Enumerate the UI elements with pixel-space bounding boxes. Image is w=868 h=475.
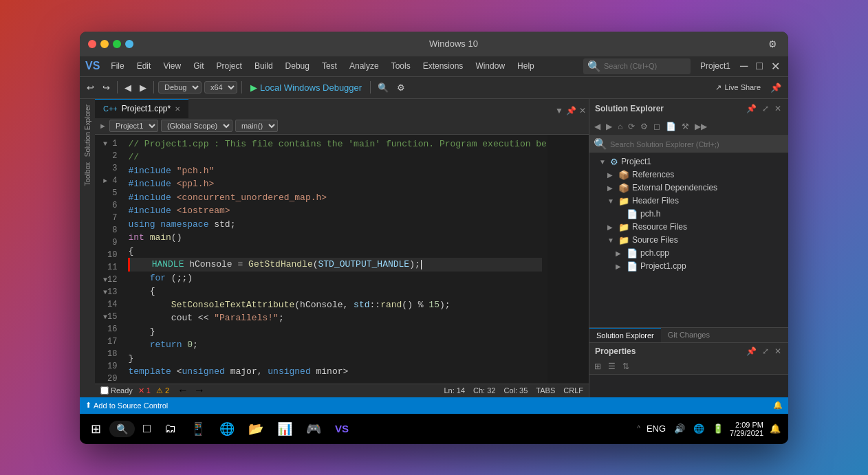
menu-restore-btn[interactable]: □ xyxy=(753,60,766,73)
props-sort-icon[interactable]: ⇅ xyxy=(620,360,631,373)
notifications-icon[interactable]: 🔔 xyxy=(768,423,783,434)
search-input[interactable] xyxy=(604,62,686,70)
error-count[interactable]: ✕ 1 xyxy=(138,386,151,395)
taskbar-file-explorer[interactable]: □ xyxy=(138,419,156,439)
tray-chevron[interactable]: ^ xyxy=(637,425,640,432)
taskbar-edge[interactable]: 🌐 xyxy=(214,419,240,439)
props-pin-btn[interactable]: 📌 xyxy=(745,346,758,356)
props-close-btn[interactable]: ✕ xyxy=(773,346,783,356)
menu-extensions[interactable]: Extensions xyxy=(417,59,469,73)
se-fwd-btn[interactable]: ▶ xyxy=(604,120,614,133)
menu-project[interactable]: Project xyxy=(211,59,248,73)
se-toggle-btn[interactable]: ▶▶ xyxy=(693,120,709,133)
se-file-btn[interactable]: 📄 xyxy=(664,120,678,133)
menu-search-box[interactable]: 🔍 xyxy=(583,58,691,74)
undo-btn[interactable]: ↩ xyxy=(84,81,97,94)
menu-tools[interactable]: Tools xyxy=(386,59,416,73)
menu-file[interactable]: File xyxy=(105,59,129,73)
active-tab[interactable]: C++ Project1.cpp* ✕ xyxy=(95,99,188,118)
minimize-button[interactable] xyxy=(100,40,109,48)
taskbar-vs[interactable]: VS xyxy=(329,420,354,437)
debug-config-dropdown[interactable]: Debug xyxy=(158,81,202,93)
tree-item-project1[interactable]: ▼ ⚙ Project1 xyxy=(589,155,788,168)
taskbar-store[interactable]: 🗂 xyxy=(159,419,182,439)
function-nav-dropdown[interactable]: main() xyxy=(235,120,278,132)
tree-item-pch-cpp[interactable]: ▶ 📄 pch.cpp xyxy=(589,247,788,260)
menu-analyze[interactable]: Analyze xyxy=(344,59,384,73)
tree-item-project1-cpp[interactable]: ▶ 📄 Project1.cpp xyxy=(589,260,788,273)
forward-btn[interactable]: ▶ xyxy=(137,81,149,94)
menu-build[interactable]: Build xyxy=(249,59,279,73)
menu-minimize-btn[interactable]: ─ xyxy=(737,60,750,73)
tab-list-btn[interactable]: ▼ xyxy=(555,106,563,115)
scope-nav-dropdown[interactable]: (Global Scope) xyxy=(161,120,232,132)
warning-count[interactable]: ⚠ 2 xyxy=(156,386,169,395)
code-editor[interactable]: ▼ 1 2 3 ► 4 5 6 7 8 9 10 11 ▼12 ▼13 14 ▼… xyxy=(95,135,589,384)
tree-item-pch-h[interactable]: 📄 pch.h xyxy=(589,208,788,221)
taskbar-folder[interactable]: 📂 xyxy=(243,419,269,439)
tray-battery[interactable]: 🔋 xyxy=(710,423,726,434)
tab-solution-explorer[interactable]: Solution Explorer xyxy=(589,328,661,342)
toolbar-gear-icon[interactable]: ⚙ xyxy=(394,81,408,94)
toolbar-pin-icon[interactable]: 📌 xyxy=(768,81,784,94)
menu-help[interactable]: Help xyxy=(512,59,540,73)
toolbar-search-icon[interactable]: 🔍 xyxy=(375,81,391,94)
tray-lang[interactable]: ENG xyxy=(644,423,668,434)
menu-git[interactable]: Git xyxy=(188,59,209,73)
menu-edit[interactable]: Edit xyxy=(131,59,157,73)
nav-next-btn[interactable]: → xyxy=(194,384,205,397)
menu-view[interactable]: View xyxy=(158,59,186,73)
se-props-btn[interactable]: ⚒ xyxy=(680,120,691,133)
solution-explorer-label[interactable]: Solution Explorer xyxy=(84,104,91,157)
run-button[interactable]: ▶ Local Windows Debugger xyxy=(246,81,366,94)
nav-prev-btn[interactable]: ← xyxy=(177,384,188,397)
close-button[interactable] xyxy=(88,40,96,48)
tab-pin-btn[interactable]: 📌 xyxy=(566,106,576,115)
tray-network[interactable]: 🌐 xyxy=(691,423,706,434)
se-close-btn[interactable]: ✕ xyxy=(773,104,783,113)
se-filter-btn[interactable]: ⚙ xyxy=(638,120,650,133)
props-expand-btn[interactable]: ⤢ xyxy=(761,346,770,356)
tray-volume[interactable]: 🔊 xyxy=(672,423,687,434)
taskbar-search[interactable]: 🔍 xyxy=(109,421,135,437)
tree-item-resource-files[interactable]: ▶ 📁 Resource Files xyxy=(589,221,788,234)
redo-btn[interactable]: ↪ xyxy=(100,81,113,94)
se-preview-btn[interactable]: ◻ xyxy=(651,120,662,133)
taskbar-clock[interactable]: 2:09 PM 7/29/2021 xyxy=(730,421,763,437)
toolbox-label[interactable]: Toolbox xyxy=(84,162,91,186)
notification-bell[interactable]: 🔔 xyxy=(773,401,783,410)
se-refresh-btn[interactable]: ⟳ xyxy=(626,120,637,133)
start-button[interactable]: ⊞ xyxy=(85,419,107,439)
tree-item-external-deps[interactable]: ▶ 📦 External Dependencies xyxy=(589,181,788,195)
menu-test[interactable]: Test xyxy=(316,59,343,73)
live-share-button[interactable]: ↗ Live Share xyxy=(711,82,765,93)
taskbar-steam[interactable]: 🎮 xyxy=(301,419,327,439)
se-expand-btn[interactable]: ⤢ xyxy=(761,104,770,113)
tab-close-all-btn[interactable]: ✕ xyxy=(579,106,586,115)
se-home-btn[interactable]: ⌂ xyxy=(616,120,625,133)
tree-item-references[interactable]: ▶ 📦 References xyxy=(589,168,788,181)
maximize-button[interactable] xyxy=(113,40,121,48)
settings-icon[interactable]: ⚙ xyxy=(766,38,780,49)
props-list-icon[interactable]: ☰ xyxy=(606,360,618,373)
platform-dropdown[interactable]: x64 xyxy=(204,81,237,93)
tab-git-changes[interactable]: Git Changes xyxy=(661,328,717,342)
se-search-input[interactable] xyxy=(610,140,784,148)
menu-window[interactable]: Window xyxy=(470,59,510,73)
status-checkbox[interactable] xyxy=(100,386,109,395)
se-pin-btn[interactable]: 📌 xyxy=(745,104,758,113)
back-btn[interactable]: ◀ xyxy=(122,81,134,94)
taskbar-excel[interactable]: 📊 xyxy=(272,419,298,439)
source-control-item[interactable]: ⬆ Add to Source Control xyxy=(85,401,168,410)
code-content[interactable]: // Project1.cpp : This file contains the… xyxy=(122,135,547,384)
extra-button[interactable] xyxy=(125,40,133,48)
taskbar-android[interactable]: 📱 xyxy=(185,419,211,439)
tree-item-source-files[interactable]: ▼ 📁 Source Files xyxy=(589,234,788,247)
project-nav-dropdown[interactable]: Project1 xyxy=(109,120,158,132)
menu-debug[interactable]: Debug xyxy=(280,59,315,73)
tree-item-header-files[interactable]: ▼ 📁 Header Files xyxy=(589,195,788,208)
props-grid-icon[interactable]: ⊞ xyxy=(592,360,603,373)
menu-close-btn[interactable]: ✕ xyxy=(768,60,783,73)
tab-close-btn[interactable]: ✕ xyxy=(175,105,180,113)
se-back-btn[interactable]: ◀ xyxy=(592,120,603,133)
